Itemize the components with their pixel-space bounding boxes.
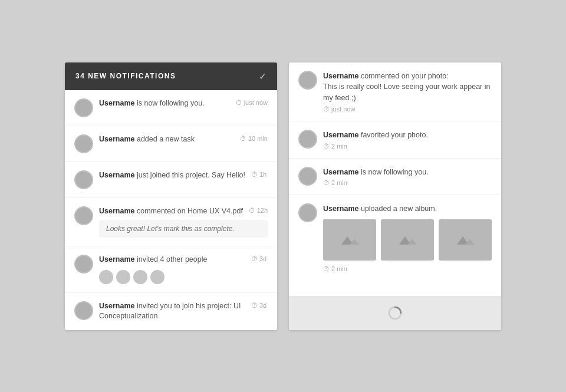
comment-body: This is really cool! Love seeing your wo…	[323, 83, 490, 102]
notification-item-project-invite[interactable]: Username invited you to join his project…	[65, 293, 277, 330]
notif-username: Username	[99, 99, 134, 107]
panel-header: 34 NEW NOTIFICATIONS ✓	[65, 62, 277, 90]
notif-time: ⏱ just now	[323, 106, 492, 113]
notif-username: Username	[99, 255, 134, 263]
avatar	[74, 206, 93, 225]
avatar	[74, 98, 93, 117]
notif-action: favorited your photo.	[358, 131, 427, 139]
avatar	[298, 71, 317, 90]
notif-time: ⏱ just now	[236, 98, 268, 106]
loading-bar: @keyframes spinSvg { from { transform: r…	[289, 296, 501, 330]
clock-icon: ⏱	[251, 171, 258, 178]
right-notif-text: Username uploaded a new album.	[323, 203, 492, 215]
notif-action: is now following you.	[134, 99, 204, 107]
mountain-icon	[397, 233, 418, 247]
notif-time: ⏱ 1h	[251, 170, 268, 178]
notif-time: ⏱ 3d	[251, 301, 268, 309]
notif-time: ⏱ 12h	[249, 206, 268, 214]
avatar	[74, 170, 93, 189]
spinner: @keyframes spinSvg { from { transform: r…	[387, 305, 403, 321]
notif-action: is now following you.	[358, 168, 428, 176]
right-notification-photo-comment[interactable]: Username commented on your photo: This i…	[289, 62, 501, 121]
notification-item-comment[interactable]: Username commented on Home UX V4.pdf ⏱ 1…	[65, 198, 277, 247]
invited-avatars-group	[99, 270, 268, 284]
invited-avatar	[150, 270, 164, 284]
right-notif-text: Username favorited your photo.	[323, 130, 492, 141]
clock-icon: ⏱	[236, 99, 242, 106]
notif-content: Username invited 4 other people ⏱ 3d	[99, 255, 268, 284]
right-notif-content: Username is now following you. ⏱ 2 min	[323, 167, 492, 187]
right-notification-favorite[interactable]: Username favorited your photo. ⏱ 2 min	[289, 121, 501, 159]
album-thumbnail[interactable]	[381, 219, 434, 261]
clock-icon: ⏱	[323, 106, 330, 113]
avatar	[298, 130, 317, 149]
clock-icon: ⏱	[251, 255, 258, 262]
right-notification-album[interactable]: Username uploaded a new album.	[289, 195, 501, 278]
notif-text: Username added a new task	[99, 134, 195, 145]
panel-header-title: 34 NEW NOTIFICATIONS	[75, 72, 176, 80]
notif-content: Username added a new task ⏱ 10 min	[99, 134, 268, 145]
notif-username: Username	[323, 72, 358, 80]
right-notification-follow[interactable]: Username is now following you. ⏱ 2 min	[289, 159, 501, 196]
loading-spinner-icon	[387, 305, 403, 321]
notif-content: Username commented on Home UX V4.pdf ⏱ 1…	[99, 206, 268, 238]
clock-icon: ⏱	[323, 265, 330, 272]
album-thumbnail[interactable]	[439, 219, 492, 261]
avatar	[298, 167, 317, 186]
notification-item-task[interactable]: Username added a new task ⏱ 10 min	[65, 126, 277, 162]
notification-item-joined[interactable]: Username just joined this project. Say H…	[65, 162, 277, 198]
notif-content: Username is now following you. ⏱ just no…	[99, 98, 268, 109]
clock-icon: ⏱	[249, 207, 255, 214]
app-container: 34 NEW NOTIFICATIONS ✓ Username is now f…	[47, 45, 519, 348]
notif-action: just joined this project. Say Hello!	[134, 171, 245, 179]
right-notif-text: Username is now following you.	[323, 167, 492, 178]
notif-text: Username just joined this project. Say H…	[99, 170, 245, 181]
invited-avatar	[116, 270, 130, 284]
clock-icon: ⏱	[251, 302, 258, 309]
notif-action: commented on Home UX V4.pdf	[134, 207, 242, 215]
notif-username: Username	[323, 168, 358, 176]
album-images-group	[323, 219, 492, 261]
notif-content: Username invited you to join his project…	[99, 301, 268, 322]
notif-action: invited 4 other people	[134, 255, 207, 263]
right-notifications-panel: Username commented on your photo: This i…	[289, 62, 501, 330]
notif-username: Username	[99, 207, 134, 215]
comment-bubble: Looks great! Let's mark this as complete…	[99, 220, 268, 238]
right-notif-content: Username uploaded a new album.	[323, 203, 492, 272]
mountain-icon	[339, 233, 360, 247]
notif-action: uploaded a new album.	[358, 205, 437, 213]
right-notif-text: Username commented on your photo: This i…	[323, 71, 492, 104]
right-notif-content: Username commented on your photo: This i…	[323, 71, 492, 113]
mountain-icon	[455, 233, 476, 247]
notif-text: Username invited 4 other people	[99, 255, 207, 265]
invited-avatar	[99, 270, 113, 284]
mark-all-read-icon[interactable]: ✓	[259, 71, 266, 82]
avatar	[74, 255, 93, 274]
notif-text: Username commented on Home UX V4.pdf	[99, 206, 243, 217]
invited-avatar	[133, 270, 147, 284]
avatar	[74, 301, 93, 320]
notif-text: Username invited you to join his project…	[99, 301, 251, 322]
notif-content: Username just joined this project. Say H…	[99, 170, 268, 181]
notif-time: ⏱ 2 min	[323, 143, 492, 150]
notif-username: Username	[99, 302, 134, 310]
clock-icon: ⏱	[323, 179, 330, 186]
notif-time: ⏱ 3d	[251, 255, 268, 262]
avatar	[298, 203, 317, 222]
notif-time: ⏱ 2 min	[323, 265, 492, 272]
notification-item-follow[interactable]: Username is now following you. ⏱ just no…	[65, 90, 277, 126]
notif-username: Username	[323, 131, 358, 139]
notif-username: Username	[99, 171, 134, 179]
clock-icon: ⏱	[240, 135, 246, 142]
right-notif-content: Username favorited your photo. ⏱ 2 min	[323, 130, 492, 150]
left-notifications-panel: 34 NEW NOTIFICATIONS ✓ Username is now f…	[65, 62, 277, 330]
avatar	[74, 134, 93, 153]
clock-icon: ⏱	[323, 143, 330, 150]
notif-username: Username	[323, 205, 358, 213]
album-thumbnail[interactable]	[323, 219, 376, 261]
notif-time: ⏱ 2 min	[323, 179, 492, 186]
notif-action: added a new task	[134, 135, 194, 143]
notification-item-invited-people[interactable]: Username invited 4 other people ⏱ 3d	[65, 246, 277, 293]
notif-text: Username is now following you.	[99, 98, 205, 109]
notif-username: Username	[99, 135, 134, 143]
